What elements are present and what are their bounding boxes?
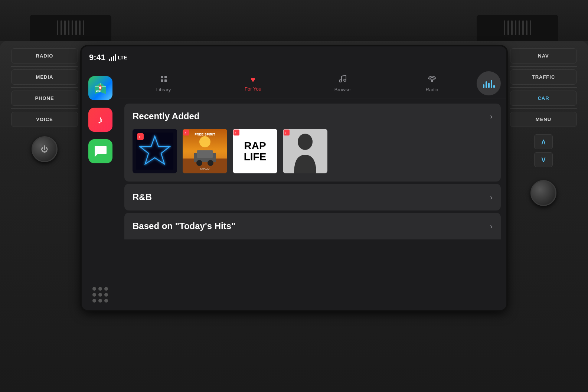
maps-app-icon[interactable]: 280 [88, 76, 112, 100]
tab-library[interactable]: Library [119, 71, 208, 95]
based-on-chevron: › [490, 222, 493, 231]
svg-point-20 [196, 160, 202, 166]
based-on-section-inner[interactable]: Based on "Today's Hits" › [124, 213, 501, 239]
left-vent [30, 15, 111, 41]
scroll-up-button[interactable]: ∧ [534, 134, 553, 149]
app-grid-button[interactable] [92, 287, 108, 303]
svg-rect-19 [197, 150, 213, 158]
svg-rect-7 [161, 79, 163, 82]
right-vent [477, 15, 558, 41]
recently-added-header[interactable]: Recently Added › [124, 104, 501, 129]
browse-icon [338, 74, 347, 85]
svg-point-11 [431, 80, 433, 82]
power-icon: ⏻ [41, 145, 48, 154]
svg-text:280: 280 [96, 89, 100, 92]
center-screen: 9:41 LTE 280 [82, 46, 506, 310]
recently-added-chevron: › [490, 112, 493, 121]
status-bar: 9:41 LTE [82, 46, 506, 69]
svg-point-3 [99, 86, 101, 89]
phone-button[interactable]: PHONE [11, 91, 78, 106]
voice-button[interactable]: VOICE [11, 112, 78, 127]
car-button[interactable]: CAR [510, 91, 577, 106]
svg-point-9 [339, 80, 342, 82]
svg-text:KHALID: KHALID [200, 167, 209, 170]
arrow-down-icon: ∨ [540, 155, 546, 164]
left-knob[interactable]: ⏻ [32, 136, 58, 162]
traffic-button[interactable]: TRAFFIC [510, 69, 577, 85]
app-sidebar: 280 ♪ [82, 69, 119, 310]
radio-tab-icon [427, 74, 437, 85]
rnb-title: R&B [133, 192, 152, 202]
album-dallas[interactable]: ♪ [133, 129, 177, 173]
lte-label: LTE [118, 55, 127, 61]
music-app-icon[interactable]: ♪ [88, 108, 112, 132]
svg-text:♪: ♪ [138, 135, 140, 139]
recently-added-section: Recently Added › [124, 104, 501, 182]
right-panel: NAV TRAFFIC CAR MENU ∧ ∨ [510, 48, 577, 308]
svg-point-21 [208, 160, 213, 166]
browse-tab-label: Browse [334, 87, 350, 92]
rnb-chevron: › [490, 193, 493, 202]
svg-rect-8 [164, 79, 167, 82]
dashboard: RADIO MEDIA PHONE VOICE ⏻ NAV TRAFFIC CA… [0, 41, 588, 392]
for-you-icon: ♥ [251, 75, 255, 85]
signal-bars-icon [109, 54, 116, 61]
svg-text:RAP: RAP [244, 140, 266, 151]
svg-text:FREE SPIRIT: FREE SPIRIT [195, 133, 215, 136]
rnb-section: R&B › [124, 184, 501, 210]
media-button[interactable]: MEDIA [11, 69, 78, 85]
recently-added-title: Recently Added [133, 111, 199, 121]
for-you-tab-label: For You [245, 86, 261, 92]
library-icon [159, 74, 168, 85]
rnb-section-inner[interactable]: R&B › [124, 184, 501, 210]
left-panel: RADIO MEDIA PHONE VOICE ⏻ [11, 48, 78, 308]
nav-arrows: ∧ ∨ [510, 134, 577, 167]
messages-app-icon[interactable] [88, 139, 112, 163]
equalizer-icon [483, 79, 495, 88]
radio-button[interactable]: RADIO [11, 48, 78, 63]
svg-point-33 [298, 134, 313, 150]
based-on-section: Based on "Today's Hits" › [124, 213, 501, 239]
svg-rect-14 [137, 133, 144, 140]
album-rap-life[interactable]: RAP LIFE ♪ [233, 129, 277, 173]
content-area: Recently Added › [119, 98, 506, 310]
svg-text:LIFE: LIFE [244, 151, 267, 163]
album-row: ♪ [124, 129, 501, 182]
svg-text:♪: ♪ [285, 131, 287, 134]
menu-button[interactable]: MENU [510, 112, 577, 127]
time-display: 9:41 [89, 53, 105, 62]
svg-rect-5 [161, 76, 163, 78]
nav-button[interactable]: NAV [510, 48, 577, 63]
radio-tab-label: Radio [426, 87, 438, 92]
svg-point-10 [344, 79, 346, 81]
library-tab-label: Library [156, 87, 171, 92]
svg-text:♪: ♪ [184, 131, 186, 134]
music-note-icon: ♪ [98, 114, 103, 126]
svg-point-22 [199, 136, 210, 147]
tab-radio[interactable]: Radio [387, 71, 477, 95]
svg-rect-6 [164, 76, 167, 78]
signal-area: LTE [109, 54, 127, 61]
based-on-title: Based on "Today's Hits" [133, 221, 235, 231]
album-ghost[interactable]: ♪ [283, 129, 327, 173]
tab-browse[interactable]: Browse [298, 71, 387, 95]
nav-tabs: Library ♥ For You Browse [119, 69, 506, 98]
scroll-down-button[interactable]: ∨ [534, 152, 553, 167]
album-free-spirit[interactable]: FREE SPIRIT KHALID ♪ [183, 129, 227, 173]
top-vents [0, 0, 588, 41]
tab-for-you[interactable]: ♥ For You [208, 72, 298, 95]
now-playing-button[interactable] [477, 71, 501, 95]
svg-text:♪: ♪ [235, 131, 236, 134]
right-knob[interactable] [530, 180, 556, 206]
arrow-up-icon: ∧ [540, 137, 546, 147]
